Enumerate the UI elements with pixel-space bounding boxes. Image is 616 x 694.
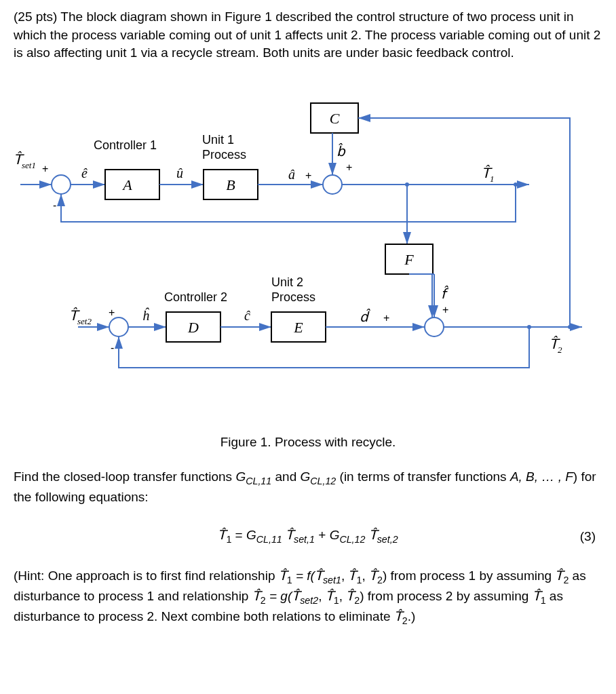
equation-number: (3) xyxy=(580,528,596,546)
plus-sign-a: + xyxy=(305,170,311,181)
block-diagram: T̂set1 + - ê A Controller 1 û B Unit 1 P… xyxy=(14,83,602,414)
equation-3: T̂1 = GCL,11 T̂set,1 + GCL,12 T̂set,2 (3… xyxy=(14,526,602,547)
plus-sign-1: + xyxy=(42,163,48,174)
block-B: B xyxy=(226,176,235,193)
block-C: C xyxy=(330,110,340,127)
block-D: D xyxy=(187,319,199,336)
minus-sign-1: - xyxy=(53,199,56,211)
signal-T2: T̂2 xyxy=(550,336,562,355)
signal-h-hat: ĥ xyxy=(142,307,150,323)
plus-sign-f: + xyxy=(442,304,448,315)
unit1-label-l1: Unit 1 xyxy=(202,133,234,147)
svg-point-0 xyxy=(52,175,71,194)
minus-sign-2: - xyxy=(111,342,114,353)
svg-rect-3 xyxy=(105,170,159,199)
block-F: F xyxy=(404,251,414,268)
svg-point-7 xyxy=(323,175,342,194)
signal-Tset1: T̂set1 xyxy=(14,151,36,170)
plus-sign-d: + xyxy=(383,312,389,324)
controller2-label: Controller 2 xyxy=(164,290,227,304)
unit2-label-l2: Process xyxy=(271,290,315,304)
signal-c-hat: ĉ xyxy=(244,308,251,323)
block-E: E xyxy=(293,319,303,336)
signal-T1: T̂1 xyxy=(482,165,495,184)
svg-point-16 xyxy=(514,182,518,187)
intro-text: The block diagram shown in Figure 1 desc… xyxy=(14,9,600,60)
svg-point-24 xyxy=(425,317,444,336)
plus-sign-b: + xyxy=(346,161,352,173)
unit2-label-l1: Unit 2 xyxy=(271,275,303,289)
controller1-label: Controller 1 xyxy=(94,138,157,152)
task-description: Find the closed-loop transfer functions … xyxy=(14,468,602,506)
block-A: A xyxy=(121,176,132,193)
hint-text: (Hint: One approach is to first find rel… xyxy=(14,567,602,628)
signal-b-hat: b̂ xyxy=(336,143,346,159)
unit1-label-l2: Process xyxy=(202,148,246,161)
points-label: (25 pts) xyxy=(14,9,57,24)
signal-f-hat: f̂ xyxy=(441,286,449,301)
problem-statement: (25 pts) The block diagram shown in Figu… xyxy=(14,8,602,62)
signal-u-hat: û xyxy=(176,166,183,180)
signal-a-hat: â xyxy=(288,167,295,182)
plus-sign-2: + xyxy=(109,307,115,318)
signal-Tset2: T̂set2 xyxy=(69,307,92,326)
signal-e-hat: ê xyxy=(81,166,88,180)
signal-d-hat: d̂ xyxy=(360,309,371,324)
figure-caption: Figure 1. Process with recycle. xyxy=(14,433,602,452)
svg-point-17 xyxy=(109,317,128,336)
